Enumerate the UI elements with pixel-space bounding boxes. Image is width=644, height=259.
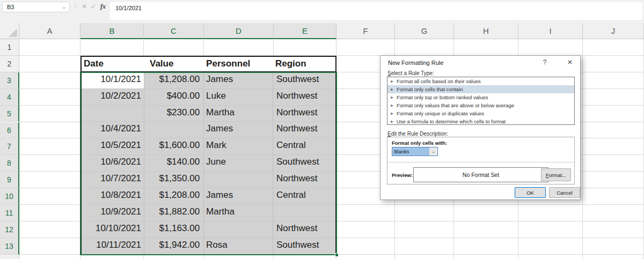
cell[interactable]: $400.00: [144, 89, 204, 106]
cell[interactable]: Southwest: [273, 155, 335, 172]
row-header-7[interactable]: 7: [0, 138, 19, 155]
row-header-6[interactable]: 6: [0, 122, 19, 139]
table-row: $230.00MarthaNorthwest: [82, 106, 335, 122]
column-title: Personnel: [204, 57, 273, 72]
row-header-10[interactable]: 10: [0, 188, 19, 205]
name-box[interactable]: B3 ⌄: [2, 2, 70, 12]
cell[interactable]: Central: [273, 188, 335, 205]
divider: [387, 162, 574, 162]
cell[interactable]: 10/9/2021: [82, 205, 144, 221]
chevron-down-icon[interactable]: ⌄: [429, 147, 437, 156]
column-header-H[interactable]: H: [454, 23, 518, 39]
cell[interactable]: $1,882.00: [144, 205, 204, 221]
ok-button[interactable]: OK: [515, 187, 546, 198]
confirm-entry-icon[interactable]: ✓: [89, 2, 98, 11]
select-all-corner[interactable]: [0, 23, 19, 39]
cell[interactable]: Martha: [204, 106, 273, 122]
cell[interactable]: 10/10/2021: [82, 221, 144, 238]
cancel-entry-icon[interactable]: ✕: [80, 2, 89, 11]
cell[interactable]: [144, 122, 204, 138]
cell[interactable]: Luke: [204, 89, 273, 106]
column-header-D[interactable]: D: [204, 23, 274, 39]
column-title: Region: [273, 57, 335, 72]
cell[interactable]: 10/11/2021: [82, 238, 144, 255]
formula-input[interactable]: 10/1/2021: [110, 2, 642, 20]
cell[interactable]: 10/8/2021: [82, 188, 144, 205]
cell[interactable]: $1,942.00: [144, 238, 204, 255]
row-header-1[interactable]: 1: [0, 39, 19, 56]
row-header-13[interactable]: 13: [0, 238, 19, 255]
table-row: 10/1/2021$1,208.00JamesSouthwest: [82, 72, 335, 89]
rule-type-option[interactable]: ►Format only cells that contain: [387, 85, 574, 93]
column-header-J[interactable]: J: [583, 23, 644, 39]
cell[interactable]: James: [204, 188, 273, 205]
column-header-A[interactable]: A: [19, 23, 80, 39]
row-header-4[interactable]: 4: [0, 89, 19, 106]
cell[interactable]: Northwest: [273, 122, 335, 138]
rule-type-option[interactable]: ►Format only unique or duplicate values: [387, 109, 574, 117]
cell[interactable]: Martha: [204, 205, 273, 221]
column-header-G[interactable]: G: [395, 23, 454, 39]
cell[interactable]: 10/7/2021: [82, 172, 144, 188]
column-header-B[interactable]: B: [80, 23, 144, 39]
format-button[interactable]: Format...: [541, 168, 571, 181]
cell[interactable]: James: [204, 122, 273, 138]
condition-dropdown[interactable]: Blanks ⌄: [392, 147, 438, 156]
row-header-9[interactable]: 9: [0, 172, 19, 188]
cell[interactable]: Mark: [204, 138, 273, 155]
cell[interactable]: James: [204, 72, 273, 89]
cell-reference: B3: [7, 4, 62, 10]
row-header-2[interactable]: 2: [0, 56, 19, 72]
cell[interactable]: [204, 172, 273, 188]
rule-type-option[interactable]: ►Format all cells based on their values: [387, 77, 574, 85]
cell[interactable]: 10/6/2021: [82, 155, 144, 172]
cell[interactable]: $140.00: [144, 155, 204, 172]
rule-type-option[interactable]: ►Format only values that are above or be…: [387, 101, 574, 109]
column-header-C[interactable]: C: [144, 23, 204, 39]
row-header-3[interactable]: 3: [0, 72, 19, 89]
cell[interactable]: Northwest: [273, 172, 335, 188]
row-header-5[interactable]: 5: [0, 106, 19, 122]
cell[interactable]: $230.00: [144, 106, 204, 122]
cell[interactable]: $1,208.00: [144, 72, 204, 89]
table-row: 10/10/2021$1,163.00Northwest: [82, 221, 335, 238]
cell[interactable]: Southwest: [273, 72, 335, 89]
cell[interactable]: Northwest: [273, 106, 335, 122]
cell[interactable]: [82, 106, 144, 122]
rule-option-label: Use a formula to determine which cells t…: [397, 119, 506, 124]
cell[interactable]: June: [204, 155, 273, 172]
row-header-14[interactable]: 14: [0, 255, 19, 259]
cancel-button[interactable]: Cancel: [549, 187, 580, 198]
cell[interactable]: 10/2/2021: [82, 89, 144, 106]
row-header-12[interactable]: 12: [0, 221, 19, 238]
cell[interactable]: [204, 221, 273, 238]
cell[interactable]: Northwest: [273, 89, 335, 106]
new-formatting-rule-dialog: New Formatting Rule ? ✕ Select a Rule Ty…: [380, 55, 581, 200]
rule-type-option[interactable]: ►Format only top or bottom ranked values: [387, 93, 574, 101]
cell[interactable]: $1,208.00: [144, 188, 204, 205]
help-icon[interactable]: ?: [540, 58, 549, 67]
cell[interactable]: Northwest: [273, 221, 335, 238]
insert-function-icon[interactable]: fx: [99, 2, 107, 11]
cell[interactable]: $1,350.00: [144, 172, 204, 188]
cell[interactable]: Rosa: [204, 238, 273, 255]
cell[interactable]: 10/4/2021: [82, 122, 144, 138]
table-header-row: DateValuePersonnelRegion: [82, 57, 335, 72]
row-header-11[interactable]: 11: [0, 205, 19, 221]
column-header-F[interactable]: F: [336, 23, 395, 39]
cell[interactable]: $1,163.00: [144, 221, 204, 238]
row-header-8[interactable]: 8: [0, 155, 19, 172]
column-header-E[interactable]: E: [274, 23, 336, 39]
cell[interactable]: 10/1/2021: [82, 72, 144, 89]
cell[interactable]: 10/5/2021: [82, 138, 144, 155]
chevron-down-icon[interactable]: ⌄: [62, 5, 66, 10]
cell[interactable]: Central: [273, 138, 335, 155]
spreadsheet-grid: ABCDEFGHIJ 1234567891011121314 DateValue…: [0, 23, 644, 259]
column-header-I[interactable]: I: [518, 23, 583, 39]
close-icon[interactable]: ✕: [565, 58, 575, 67]
cell[interactable]: Southwest: [273, 238, 335, 255]
cell[interactable]: $1,600.00: [144, 138, 204, 155]
data-table: DateValuePersonnelRegion10/1/2021$1,208.…: [80, 56, 336, 255]
cell[interactable]: [273, 205, 335, 221]
rule-type-option[interactable]: ►Use a formula to determine which cells …: [387, 117, 574, 125]
